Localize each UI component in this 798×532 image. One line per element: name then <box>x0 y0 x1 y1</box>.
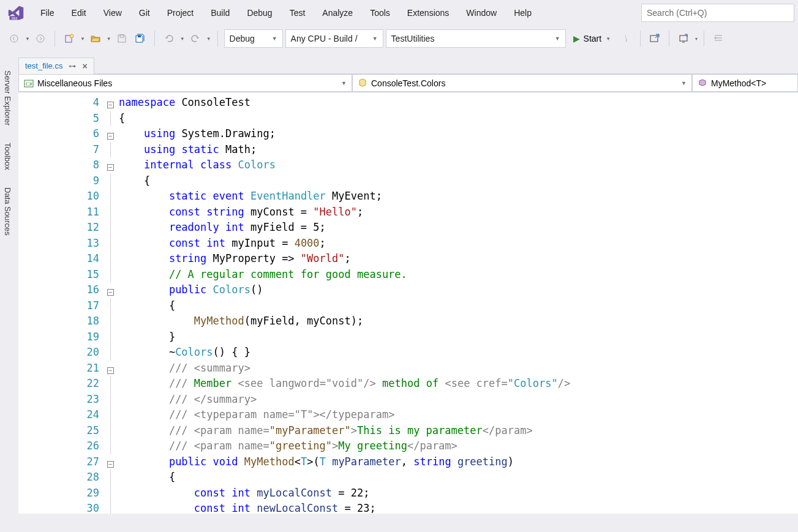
redo-button[interactable] <box>187 31 203 47</box>
menu-tools[interactable]: Tools <box>361 4 399 21</box>
chevron-down-icon[interactable]: ▼ <box>206 36 211 42</box>
line-number-gutter: 4567891011121314151617181920212223242526… <box>18 92 104 514</box>
browse-button[interactable] <box>647 31 663 47</box>
chevron-down-icon[interactable]: ▼ <box>25 36 30 42</box>
menu-extensions[interactable]: Extensions <box>399 4 457 21</box>
live-share-button[interactable] <box>676 31 691 47</box>
save-button[interactable] <box>114 31 130 47</box>
document-tab-well: test_file.cs ⊶ × <box>18 51 798 73</box>
nav-class-combo[interactable]: ConsoleTest.Colors▼ <box>352 74 692 92</box>
svg-text:C#: C# <box>26 81 32 87</box>
svg-text:PRE: PRE <box>12 17 18 20</box>
menu-analyze[interactable]: Analyze <box>314 4 361 21</box>
start-button[interactable]: ▶Start▼ <box>568 29 616 48</box>
menu-debug[interactable]: Debug <box>238 4 280 21</box>
save-all-button[interactable] <box>132 31 148 47</box>
chevron-down-icon[interactable]: ▼ <box>80 36 85 42</box>
svg-rect-9 <box>680 36 687 41</box>
class-icon <box>358 78 367 88</box>
sidebar-tab-server-explorer[interactable]: Server Explorer <box>0 64 15 132</box>
menu-file[interactable]: File <box>32 4 63 21</box>
file-tab[interactable]: test_file.cs ⊶ × <box>18 58 94 74</box>
svg-rect-6 <box>120 35 124 37</box>
nav-forward-button[interactable] <box>32 31 48 47</box>
menu-project[interactable]: Project <box>159 4 203 21</box>
menu-git[interactable]: Git <box>130 4 159 21</box>
main-toolbar: ▼ ▼ ▼ ▼ ▼ Debug▼ Any CPU - Build /▼ Test… <box>0 26 798 51</box>
csharp-project-icon: C# <box>24 78 34 88</box>
indent-button[interactable] <box>710 31 726 47</box>
svg-rect-7 <box>138 36 141 37</box>
sidebar-tab-data-sources[interactable]: Data Sources <box>0 181 15 242</box>
startup-combo[interactable]: TestUtilities▼ <box>386 29 566 48</box>
platform-combo[interactable]: Any CPU - Build /▼ <box>285 29 383 48</box>
svg-point-3 <box>37 35 44 42</box>
fold-column[interactable]: −−−−−− <box>104 92 116 514</box>
sidebar-tab-toolbox[interactable]: Toolbox <box>0 136 15 177</box>
vs-logo: PRE <box>6 3 26 23</box>
chevron-down-icon[interactable]: ▼ <box>180 36 185 42</box>
hot-reload-button[interactable] <box>618 31 634 47</box>
menu-bar: PRE File Edit View Git Project Build Deb… <box>0 0 798 26</box>
menu-view[interactable]: View <box>95 4 130 21</box>
search-input[interactable]: Search (Ctrl+Q) <box>641 4 794 22</box>
svg-point-5 <box>70 34 73 38</box>
nav-back-button[interactable] <box>6 31 22 47</box>
menu-window[interactable]: Window <box>457 4 505 21</box>
menu-build[interactable]: Build <box>202 4 238 21</box>
play-icon: ▶ <box>573 34 580 43</box>
menu-edit[interactable]: Edit <box>63 4 95 21</box>
code-content[interactable]: namespace ConsoleTest{ using System.Draw… <box>116 92 570 514</box>
nav-scope-combo[interactable]: C# Miscellaneous Files▼ <box>18 74 352 92</box>
pin-icon[interactable]: ⊶ <box>69 62 76 70</box>
sidebar-tabs: Server Explorer Toolbox Data Sources <box>0 64 15 242</box>
file-tab-label: test_file.cs <box>25 61 62 70</box>
menu-test[interactable]: Test <box>281 4 314 21</box>
method-icon <box>698 78 707 88</box>
chevron-down-icon[interactable]: ▼ <box>107 36 111 42</box>
undo-button[interactable] <box>161 31 177 47</box>
config-combo[interactable]: Debug▼ <box>224 29 283 48</box>
svg-point-2 <box>10 35 18 42</box>
menu-help[interactable]: Help <box>505 4 540 21</box>
navigation-bar: C# Miscellaneous Files▼ ConsoleTest.Colo… <box>18 73 798 92</box>
nav-member-combo[interactable]: MyMethod<T> <box>692 74 798 92</box>
open-button[interactable] <box>88 31 104 47</box>
overflow-icon[interactable]: ▾ <box>695 36 698 42</box>
new-item-button[interactable] <box>61 31 77 47</box>
code-editor[interactable]: 4567891011121314151617181920212223242526… <box>18 92 798 514</box>
close-icon[interactable]: × <box>82 61 87 71</box>
